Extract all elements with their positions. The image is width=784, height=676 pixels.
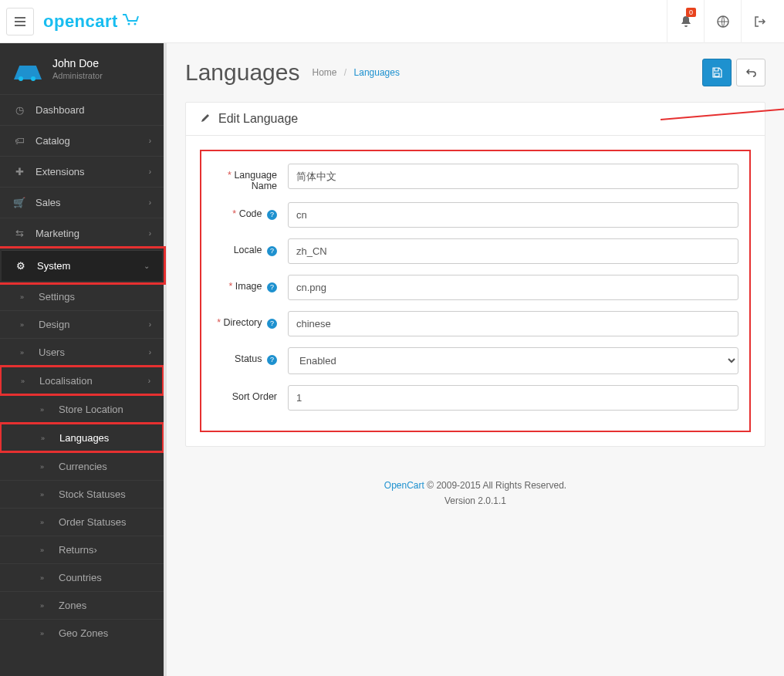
sidebar: John Doe Administrator ◷ Dashboard 🏷 Cat… <box>0 43 164 676</box>
subnav-settings[interactable]: » Settings <box>0 282 164 310</box>
input-code[interactable] <box>288 202 738 228</box>
subnav-geo-zones[interactable]: » Geo Zones <box>0 619 164 647</box>
nav-label: Settings <box>39 291 75 303</box>
breadcrumb-separator: / <box>344 67 346 78</box>
subnav-stock-statuses[interactable]: » Stock Statuses <box>0 480 164 508</box>
chevron-right-icon: › <box>149 167 151 176</box>
footer-link[interactable]: OpenCart <box>384 480 424 491</box>
save-icon <box>711 67 722 78</box>
nav-sales[interactable]: 🛒 Sales › <box>0 187 164 218</box>
nav-system[interactable]: ⚙ System ⌄ <box>2 250 162 281</box>
chevron-right-icon: › <box>149 198 151 207</box>
form-highlight-box: * Language Name * Code ? Locale ? * Imag… <box>200 150 751 432</box>
profile-name: John Doe <box>52 57 103 69</box>
nav-extensions[interactable]: ✚ Extensions › <box>0 156 164 187</box>
profile-role: Administrator <box>52 71 103 80</box>
pencil-icon <box>200 113 211 126</box>
nav-catalog[interactable]: 🏷 Catalog › <box>0 125 164 156</box>
label-image: * Image ? <box>203 275 288 292</box>
page-title: Languages <box>185 59 299 86</box>
help-icon[interactable]: ? <box>267 210 277 220</box>
chevron-right-icon: › <box>94 544 97 556</box>
subnav-languages[interactable]: » Languages <box>1 424 163 451</box>
subnav-users[interactable]: » Users › <box>0 338 164 366</box>
double-chevron-icon: » <box>20 321 31 329</box>
logo[interactable]: opencart <box>43 12 140 32</box>
breadcrumb-home[interactable]: Home <box>312 67 336 78</box>
panel-title: Edit Language <box>218 112 298 126</box>
nav-label: Languages <box>59 432 109 444</box>
nav-label: Sales <box>35 197 61 208</box>
input-sort-order[interactable] <box>288 385 738 411</box>
logout-button[interactable] <box>741 0 778 43</box>
subnav-returns[interactable]: » Returns › <box>0 536 164 563</box>
label-directory: * Directory ? <box>203 311 288 329</box>
breadcrumb-current[interactable]: Languages <box>354 67 400 78</box>
input-locale[interactable] <box>288 238 738 264</box>
footer-version: Version 2.0.1.1 <box>185 493 765 509</box>
globe-button[interactable] <box>704 0 741 43</box>
share-icon: ⇆ <box>12 228 26 239</box>
nav-label: System <box>37 260 70 272</box>
cart-icon: 🛒 <box>12 197 26 208</box>
content-area: Languages Home / Languages Edit Lan <box>167 43 784 676</box>
save-button[interactable] <box>702 59 732 86</box>
svg-point-1 <box>133 23 136 25</box>
edit-language-panel: Edit Language * Language Name * Code ? L… <box>185 102 765 447</box>
subnav-countries[interactable]: » Countries <box>0 563 164 591</box>
help-icon[interactable]: ? <box>267 246 277 256</box>
subnav-design[interactable]: » Design › <box>0 310 164 338</box>
nav-label: Geo Zones <box>59 627 108 639</box>
chevron-right-icon: › <box>149 348 151 357</box>
nav-label: Design <box>39 319 69 330</box>
nav-label: Order Statuses <box>59 516 126 528</box>
select-status[interactable]: Enabled <box>288 347 738 374</box>
double-chevron-icon: » <box>40 602 51 610</box>
nav-marketing[interactable]: ⇆ Marketing › <box>0 218 164 248</box>
avatar-icon <box>14 58 42 79</box>
cart-icon <box>121 13 140 29</box>
double-chevron-icon: » <box>20 349 31 357</box>
nav-label: Extensions <box>35 166 85 177</box>
subnav-localisation[interactable]: » Localisation › <box>1 367 163 394</box>
dashboard-icon: ◷ <box>12 104 26 116</box>
top-bar: opencart 0 <box>0 0 784 43</box>
gear-icon: ⚙ <box>14 260 28 272</box>
nav-dashboard[interactable]: ◷ Dashboard <box>0 94 164 125</box>
subnav-store-location[interactable]: » Store Location <box>0 395 164 423</box>
nav-label: Marketing <box>35 228 79 239</box>
nav-label: Currencies <box>59 461 107 472</box>
footer: OpenCart © 2009-2015 All Rights Reserved… <box>185 478 765 509</box>
label-sort-order: Sort Order <box>203 385 288 402</box>
cancel-button[interactable] <box>736 59 765 86</box>
svg-point-0 <box>127 23 130 25</box>
notification-badge: 0 <box>686 8 696 17</box>
input-image[interactable] <box>288 275 738 300</box>
input-directory[interactable] <box>288 311 738 336</box>
globe-icon <box>717 15 729 28</box>
logo-text: opencart <box>43 12 118 32</box>
chevron-right-icon: › <box>149 137 151 145</box>
footer-rights: © 2009-2015 All Rights Reserved. <box>424 480 566 491</box>
double-chevron-icon: » <box>40 630 51 637</box>
nav-label: Store Location <box>59 404 123 415</box>
subnav-zones[interactable]: » Zones <box>0 591 164 619</box>
subnav-currencies[interactable]: » Currencies <box>0 452 164 480</box>
double-chevron-icon: » <box>40 574 51 582</box>
double-chevron-icon: » <box>40 519 51 526</box>
notifications-button[interactable]: 0 <box>667 0 704 43</box>
help-icon[interactable]: ? <box>267 355 277 365</box>
help-icon[interactable]: ? <box>267 319 277 329</box>
nav-label: Localisation <box>39 375 93 387</box>
double-chevron-icon: » <box>40 463 51 471</box>
tag-icon: 🏷 <box>12 135 26 147</box>
double-chevron-icon: » <box>41 434 52 442</box>
profile-block: John Doe Administrator <box>0 43 164 94</box>
label-code: * Code ? <box>203 202 288 220</box>
menu-toggle-button[interactable] <box>6 8 34 35</box>
help-icon[interactable]: ? <box>267 282 277 292</box>
input-language-name[interactable] <box>288 164 738 189</box>
subnav-order-statuses[interactable]: » Order Statuses <box>0 508 164 536</box>
puzzle-icon: ✚ <box>12 166 26 177</box>
chevron-right-icon: › <box>148 377 150 385</box>
